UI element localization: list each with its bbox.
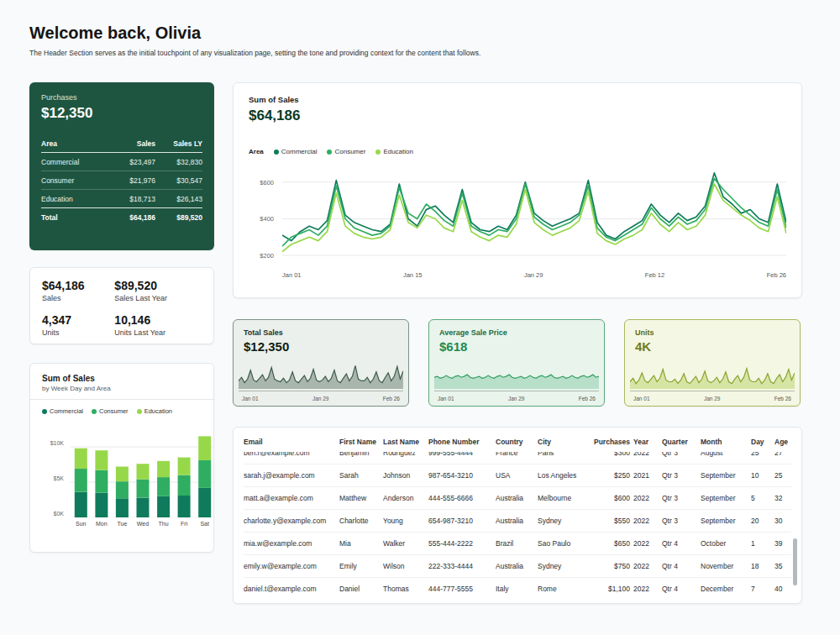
x-axis-label: Jan 01 <box>242 396 259 401</box>
legend-dot-consumer <box>92 409 97 414</box>
column-header[interactable]: Country <box>496 438 534 446</box>
table-cell: Wilson <box>383 562 425 570</box>
table-cell: 2022 <box>633 494 659 502</box>
x-axis-label: Feb 26 <box>774 396 791 401</box>
table-cell: Daniel <box>339 585 380 593</box>
table-row[interactable]: mia.w@example.comMiaWalker555-444-2222Br… <box>244 533 791 555</box>
area-cell: Commercial <box>41 158 107 166</box>
table-row[interactable]: daniel.t@example.comDanielThomas444-777-… <box>244 578 791 595</box>
table-cell: $750 <box>591 562 630 570</box>
table-cell: $600 <box>591 494 630 502</box>
column-header[interactable]: Year <box>633 438 659 446</box>
column-header[interactable]: Quarter <box>662 438 697 446</box>
column-header[interactable]: City <box>538 438 588 446</box>
column-header-sales-ly[interactable]: Sales LY <box>155 139 202 148</box>
column-header-area[interactable]: Area <box>41 139 107 148</box>
sales-over-time-card: Sum of Sales $64,186 Area Commercial Con… <box>233 82 802 298</box>
table-viewport[interactable]: ben.r@example.comBenjaminRodriguez999-55… <box>244 452 791 595</box>
table-cell: $250 <box>591 471 630 480</box>
purchases-table: Area Sales Sales LY Commercial $23,497 $… <box>41 134 202 226</box>
x-axis-label: Jan 15 <box>403 271 423 279</box>
table-cell: 2022 <box>633 517 659 525</box>
weekday-bar-chart: $10K $5K $0K Sun Mon Tue Wed Thu Fri Sat <box>42 419 202 533</box>
table-cell: Sarah <box>339 471 380 480</box>
x-axis-label: Feb 12 <box>645 271 664 279</box>
x-axis-label: Thu <box>153 521 174 527</box>
column-header-sales[interactable]: Sales <box>107 139 155 148</box>
spark-x-axis: Jan 01 Jan 29 Feb 26 <box>239 391 403 406</box>
table-body: ben.r@example.comBenjaminRodriguez999-55… <box>244 452 791 595</box>
x-axis-label: Wed <box>133 521 154 527</box>
legend-label: Education <box>144 407 172 415</box>
column-header[interactable]: Last Name <box>383 438 425 446</box>
table-row[interactable]: emily.w@example.comEmilyWilson222-333-44… <box>244 555 791 578</box>
spark-title: Units <box>635 328 790 337</box>
spark-value: 4K <box>635 339 790 354</box>
table-cell: Rome <box>538 585 588 593</box>
table-row[interactable]: sarah.j@example.comSarahJohnson987-654-3… <box>244 464 791 487</box>
total-sales: $64,186 <box>107 213 155 222</box>
table-cell: 25 <box>751 452 771 457</box>
table-cell: France <box>496 452 534 457</box>
dashboard-page: Welcome back, Olivia The Header Section … <box>0 0 840 635</box>
column-header[interactable]: Purchases <box>591 438 630 446</box>
table-cell: emily.w@example.com <box>244 562 336 570</box>
chart-total-value: $64,186 <box>249 108 786 124</box>
column-header[interactable]: Month <box>701 438 748 446</box>
table-cell: 2022 <box>633 585 659 593</box>
x-axis-label: Jan 29 <box>312 396 329 401</box>
legend-item-education[interactable]: Education <box>375 148 413 155</box>
table-row[interactable]: Education $18,713 $26,143 <box>41 190 202 207</box>
table-cell: December <box>701 585 748 593</box>
x-axis-label: Jan 29 <box>508 396 525 401</box>
x-axis-label: Sun <box>71 521 92 527</box>
x-axis-label: Feb 26 <box>579 396 596 401</box>
table-row[interactable]: matt.a@example.comMatthewAnderson444-555… <box>244 487 791 510</box>
x-axis-label: Jan 01 <box>633 396 650 401</box>
page-subtitle: The Header Section serves as the initial… <box>29 49 701 57</box>
legend-label: Education <box>383 148 413 155</box>
x-axis-label: Tue <box>112 521 133 527</box>
column-header[interactable]: Email <box>244 438 336 446</box>
sales-ly-cell: $30,547 <box>155 176 202 185</box>
legend-item-commercial[interactable]: Commercial <box>274 148 318 155</box>
legend-item-education[interactable]: Education <box>137 407 172 415</box>
column-header[interactable]: Age <box>774 438 793 446</box>
column-header[interactable]: First Name <box>339 438 380 446</box>
table-total-row: Total $64,186 $89,520 <box>41 207 202 226</box>
chart-subtitle: by Week Day and Area <box>42 385 202 392</box>
table-cell: daniel.t@example.com <box>244 585 336 593</box>
table-cell: Sydney <box>538 562 588 570</box>
x-axis-labels: Sun Mon Tue Wed Thu Fri Sat <box>71 521 215 527</box>
y-axis-label: $400 <box>249 215 274 223</box>
table-row[interactable]: charlotte.y@example.comCharlotteYoung654… <box>244 510 791 533</box>
table-cell: ben.r@example.com <box>244 452 336 457</box>
table-row[interactable]: ben.r@example.comBenjaminRodriguez999-55… <box>244 452 791 464</box>
x-axis-label: Jan 29 <box>524 271 543 279</box>
table-cell: Qtr 4 <box>662 562 697 570</box>
table-scrollbar[interactable] <box>793 461 797 598</box>
table-cell: Australia <box>496 494 534 502</box>
legend-label: Commercial <box>50 407 83 415</box>
table-row[interactable]: Consumer $21,976 $30,547 <box>41 171 202 190</box>
kpi-value: 4,347 <box>42 313 114 327</box>
table-cell: Benjamin <box>339 452 380 457</box>
spark-x-axis: Jan 01 Jan 29 Feb 26 <box>434 391 599 406</box>
sales-line-plot <box>282 164 786 265</box>
x-axis-labels: Jan 01 Jan 15 Jan 29 Feb 12 Feb 26 <box>282 271 786 279</box>
legend-item-consumer[interactable]: Consumer <box>327 148 365 155</box>
table-cell: 2022 <box>633 452 659 457</box>
table-cell: 987-654-3210 <box>428 471 492 480</box>
table-cell: Charlotte <box>339 517 380 525</box>
legend-item-consumer[interactable]: Consumer <box>92 407 129 415</box>
y-axis-label: $600 <box>249 179 274 186</box>
legend-label: Commercial <box>281 148 318 155</box>
scrollbar-thumb[interactable] <box>793 538 797 585</box>
table-cell: 30 <box>774 517 791 525</box>
legend-item-commercial[interactable]: Commercial <box>42 407 83 415</box>
legend-dot-education <box>375 150 381 155</box>
column-header[interactable]: Phone Number <box>428 438 492 446</box>
table-row[interactable]: Commercial $23,497 $32,830 <box>41 153 202 171</box>
x-axis-label: Mon <box>92 521 113 527</box>
column-header[interactable]: Day <box>751 438 771 446</box>
